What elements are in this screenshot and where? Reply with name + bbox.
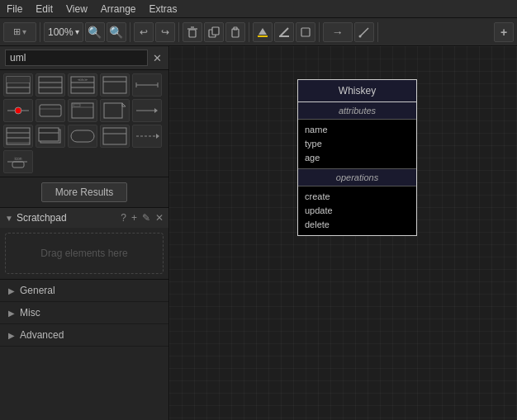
svg-rect-14 <box>7 77 30 93</box>
zoom-out-button[interactable]: 🔍 <box>85 22 105 42</box>
copy-button[interactable] <box>204 22 224 42</box>
uml-attributes-label: attributes <box>298 102 416 120</box>
svg-rect-10 <box>279 35 289 37</box>
scratchpad-arrow-icon: ▼ <box>5 214 13 223</box>
scratchpad-close-button[interactable]: ✕ <box>155 212 164 224</box>
uml-class-name: Whiskey <box>298 80 416 102</box>
scratchpad-header[interactable]: ▼ Scratchpad ? + ✎ ✕ <box>0 208 168 228</box>
scratchpad-drop-area[interactable]: Drag elements here <box>5 233 164 274</box>
svg-marker-42 <box>154 108 158 113</box>
svg-rect-17 <box>7 77 30 83</box>
shape-uml-box2[interactable] <box>100 99 130 122</box>
shape-uml-ext[interactable] <box>36 99 65 122</box>
page-icon: ⊞ ▾ <box>3 22 36 42</box>
uml-op-update: update <box>305 204 410 218</box>
left-panel: ✕ <box>0 46 169 420</box>
svg-rect-37 <box>104 103 122 118</box>
zoom-in-button[interactable]: 🔍 <box>107 22 126 42</box>
svg-marker-7 <box>258 28 267 35</box>
uml-op-delete: delete <box>305 218 410 232</box>
shape-uml-cls7[interactable] <box>100 125 130 148</box>
shape-uml-cls4[interactable] <box>3 125 33 148</box>
redo-button[interactable]: ↪ <box>155 22 175 42</box>
uml-op-create: create <box>305 190 410 204</box>
svg-marker-54 <box>156 134 159 139</box>
uml-diagram[interactable]: Whiskey attributes name type age operati… <box>297 79 417 236</box>
svg-rect-34 <box>72 103 93 118</box>
uml-operations-label: operations <box>298 169 416 186</box>
add-page-button[interactable]: + <box>494 22 514 42</box>
section-misc[interactable]: ▶ Misc <box>0 302 168 324</box>
section-misc-arrow: ▶ <box>8 309 15 318</box>
svg-point-31 <box>15 107 21 114</box>
scratchpad-help-button[interactable]: ? <box>121 212 126 224</box>
section-advanced[interactable]: ▶ Advanced <box>0 324 168 347</box>
svg-rect-36 <box>74 104 80 106</box>
svg-rect-57 <box>12 162 24 168</box>
shape-uml-class[interactable] <box>3 73 33 97</box>
uml-attributes: name type age <box>298 120 416 169</box>
more-results-container: More Results <box>0 177 168 208</box>
shape-uml-box[interactable] <box>68 99 97 122</box>
shape-button[interactable] <box>296 22 315 42</box>
shape-uml-seq1[interactable] <box>132 125 162 148</box>
uml-attr-type: type <box>305 137 410 151</box>
svg-point-13 <box>358 35 361 37</box>
svg-rect-4 <box>212 27 219 35</box>
svg-line-38 <box>122 103 126 106</box>
shape-uml-note[interactable] <box>100 73 130 97</box>
svg-rect-50 <box>71 130 94 142</box>
shape-uml-cls6[interactable] <box>68 125 97 148</box>
svg-rect-25 <box>103 77 126 93</box>
menu-extras[interactable]: Extras <box>143 2 184 17</box>
scratchpad-add-button[interactable]: + <box>131 212 137 224</box>
section-advanced-label: Advanced <box>20 329 64 341</box>
menu-edit[interactable]: Edit <box>29 2 59 17</box>
uml-operations: create update delete <box>298 186 416 235</box>
menu-arrange[interactable]: Arrange <box>94 2 143 17</box>
search-clear-button[interactable]: ✕ <box>151 52 164 64</box>
svg-rect-51 <box>103 128 126 144</box>
shape-palette: ≪ifc≫ <box>0 70 168 177</box>
scratchpad-edit-button[interactable]: ✎ <box>142 212 150 224</box>
shape-uml-class2[interactable] <box>36 73 65 97</box>
more-results-button[interactable]: More Results <box>41 182 128 202</box>
svg-text:≪ifc≫: ≪ifc≫ <box>78 78 88 82</box>
undo-button[interactable]: ↩ <box>134 22 154 42</box>
section-advanced-arrow: ▶ <box>8 331 15 340</box>
fill-color-button[interactable] <box>253 22 273 42</box>
arrow-button[interactable]: → <box>323 22 353 42</box>
delete-button[interactable] <box>183 22 202 42</box>
main-area: ✕ <box>0 46 517 420</box>
menubar: File Edit View Arrange Extras <box>0 0 517 18</box>
search-input[interactable] <box>5 50 148 66</box>
svg-rect-8 <box>258 35 268 37</box>
svg-text:icon: icon <box>14 156 21 161</box>
toolbar: ⊞ ▾ 100% ▾ 🔍 🔍 ↩ ↪ <box>0 18 517 46</box>
uml-attr-name: name <box>305 123 410 137</box>
svg-rect-18 <box>39 77 62 93</box>
shape-uml-arrow[interactable] <box>132 99 162 122</box>
canvas[interactable]: Whiskey attributes name type age operati… <box>169 46 517 420</box>
svg-rect-0 <box>189 30 196 37</box>
shape-uml-seq2[interactable]: icon <box>3 150 33 173</box>
shape-uml-cls5[interactable] <box>36 125 65 148</box>
menu-view[interactable]: View <box>59 2 94 17</box>
scratchpad-actions: ? + ✎ ✕ <box>121 212 164 224</box>
section-general-label: General <box>20 285 55 296</box>
line-color-button[interactable] <box>274 22 294 42</box>
shape-uml-class3[interactable]: ≪ifc≫ <box>68 73 97 97</box>
section-general[interactable]: ▶ General <box>0 280 168 302</box>
svg-line-12 <box>360 28 368 36</box>
svg-rect-32 <box>40 105 61 116</box>
section-misc-label: Misc <box>20 307 40 319</box>
zoom-selector[interactable]: 100% ▾ <box>44 22 83 42</box>
uml-attr-age: age <box>305 151 410 165</box>
menu-file[interactable]: File <box>0 2 29 17</box>
draw-button[interactable] <box>354 22 374 42</box>
shape-uml-line[interactable] <box>132 73 162 97</box>
search-bar: ✕ <box>0 46 168 70</box>
paste-button[interactable] <box>225 22 245 42</box>
svg-rect-21 <box>71 77 94 93</box>
shape-uml-dot[interactable] <box>3 99 33 122</box>
